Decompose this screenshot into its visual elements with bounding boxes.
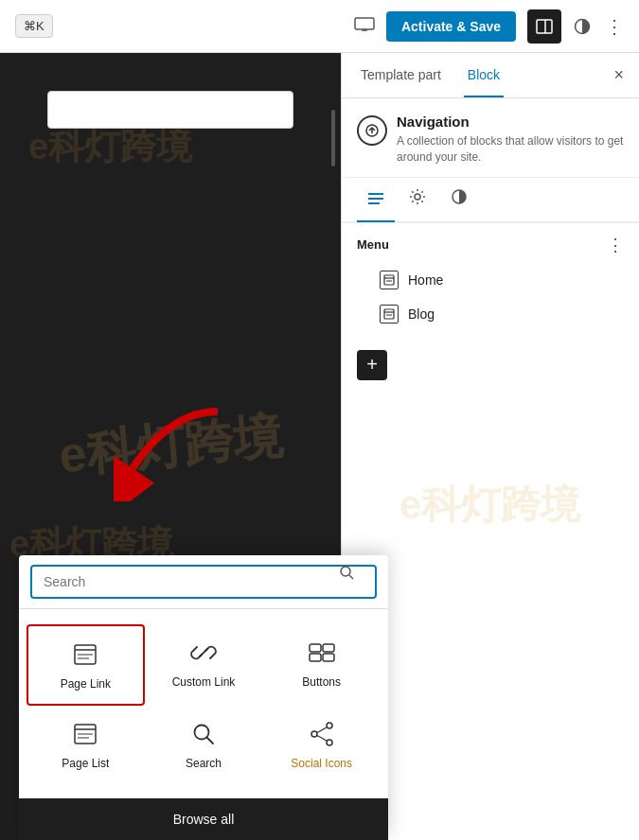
svg-point-38 (327, 740, 332, 745)
menu-header: Menu ⋮ (357, 235, 624, 255)
subtab-settings[interactable] (399, 179, 436, 222)
menu-item-home-label: Home (408, 272, 443, 288)
subtab-styles[interactable] (440, 179, 478, 222)
block-item-custom-link[interactable]: Custom Link (145, 624, 263, 706)
browse-all-button[interactable]: Browse all (19, 798, 388, 840)
navigation-block-icon (357, 115, 387, 146)
search-wrapper (30, 565, 377, 599)
svg-rect-13 (384, 275, 394, 285)
picker-search-bar (19, 555, 388, 609)
svg-line-39 (317, 727, 327, 733)
menu-item-blog-label: Blog (408, 306, 435, 322)
svg-rect-16 (384, 309, 394, 319)
block-item-page-link[interactable]: Page Link (27, 624, 145, 706)
svg-point-36 (327, 723, 332, 728)
contrast-button[interactable] (565, 9, 599, 44)
add-block-button[interactable]: + (357, 350, 387, 380)
panel-tabs: Template part Block × (342, 53, 639, 98)
svg-rect-27 (323, 644, 334, 652)
blog-page-icon (380, 305, 399, 324)
keyboard-shortcut[interactable]: ⌘K (15, 14, 53, 38)
svg-line-25 (200, 649, 207, 656)
menu-section: Menu ⋮ Home Blog (342, 223, 639, 342)
gear-icon (408, 187, 427, 211)
home-page-icon (380, 271, 399, 289)
block-item-social-icons-label: Social Icons (291, 757, 352, 770)
panel-watermark: e科灯跨境 (341, 479, 639, 532)
svg-point-19 (341, 567, 350, 576)
svg-line-35 (206, 738, 213, 744)
list-icon (366, 188, 385, 210)
menu-label: Menu (357, 237, 389, 252)
tab-block[interactable]: Block (464, 53, 504, 97)
svg-point-37 (311, 731, 317, 737)
svg-rect-28 (310, 654, 321, 661)
more-options-icon[interactable]: ⋮ (605, 15, 624, 38)
svg-rect-0 (355, 18, 374, 29)
block-description: A collection of blocks that allow visito… (397, 133, 624, 166)
social-icons-icon (305, 719, 339, 749)
block-item-page-list[interactable]: Page List (27, 706, 145, 783)
toolbar: ⌘K Activate & Save ⋮ (0, 0, 639, 53)
block-item-search-label: Search (186, 757, 222, 770)
block-item-page-list-label: Page List (62, 757, 109, 770)
subtab-list[interactable] (357, 179, 395, 222)
block-title: Navigation (397, 114, 624, 130)
panel-close-button[interactable]: × (613, 65, 624, 85)
panel-toggle-button[interactable] (527, 9, 561, 44)
block-picker: Page Link Custom Link (19, 555, 388, 840)
panel-subtabs (342, 178, 639, 223)
contrast-icon (450, 187, 469, 211)
search-block-icon (186, 719, 221, 749)
block-item-buttons[interactable]: Buttons (262, 624, 381, 706)
svg-point-11 (415, 194, 420, 200)
svg-rect-3 (537, 20, 552, 33)
activate-save-button[interactable]: Activate & Save (386, 11, 516, 42)
page-list-icon (68, 719, 102, 749)
search-icon (339, 565, 354, 584)
block-grid: Page Link Custom Link (19, 609, 388, 798)
block-item-buttons-label: Buttons (302, 675, 341, 689)
monitor-icon[interactable] (354, 15, 375, 37)
block-item-page-link-label: Page Link (61, 677, 111, 691)
scrollbar[interactable] (331, 110, 335, 166)
svg-line-20 (349, 575, 353, 579)
menu-more-icon[interactable]: ⋮ (607, 235, 624, 255)
block-info: Navigation A collection of blocks that a… (397, 114, 624, 166)
block-item-search[interactable]: Search (145, 706, 263, 783)
tab-template-part[interactable]: Template part (357, 53, 445, 97)
block-item-custom-link-label: Custom Link (172, 675, 236, 689)
block-item-social-icons[interactable]: Social Icons (262, 706, 381, 783)
buttons-icon (305, 638, 339, 668)
search-input[interactable] (30, 565, 377, 599)
canvas-search-bar (47, 91, 293, 129)
menu-item-home[interactable]: Home (357, 263, 624, 297)
block-header: Navigation A collection of blocks that a… (342, 98, 639, 178)
menu-item-blog[interactable]: Blog (357, 297, 624, 331)
page-link-icon (68, 639, 102, 670)
custom-link-icon (186, 638, 221, 668)
svg-line-40 (317, 736, 327, 742)
svg-rect-26 (310, 644, 321, 652)
svg-rect-29 (323, 654, 334, 661)
